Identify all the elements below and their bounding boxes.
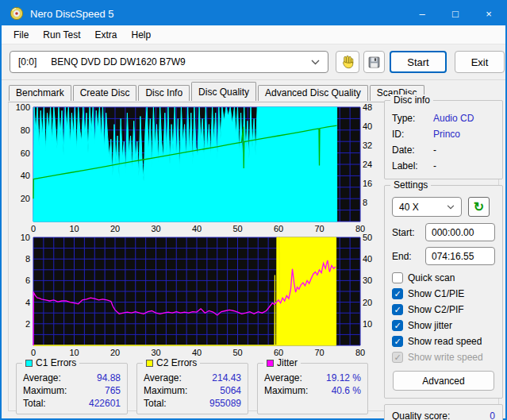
quick-scan-checkbox[interactable]: Quick scan [392, 271, 495, 285]
jitter-average-value: 19.12 % [326, 372, 361, 384]
menu-extra[interactable]: Extra [87, 27, 124, 43]
drive-id: [0:0] [18, 56, 36, 67]
menu-run-test[interactable]: Run Test [36, 27, 87, 43]
checkbox-icon [392, 272, 403, 283]
svg-text:50: 50 [232, 224, 242, 233]
svg-text:10: 10 [21, 234, 30, 242]
disc-date-label: Date: [392, 142, 433, 158]
app-window: Nero DiscSpeed 5 – □ × File Run Test Ext… [0, 0, 507, 420]
c1-maximum-value: 765 [105, 384, 121, 397]
disc-id-value: Princo [433, 126, 460, 142]
disc-label-value: - [433, 158, 436, 174]
tab-disc-info[interactable]: Disc Info [138, 85, 190, 101]
show-c2-pif-label: Show C2/PIF [408, 304, 464, 315]
start-button[interactable]: Start [390, 51, 447, 73]
svg-text:20: 20 [110, 348, 120, 357]
c1-total-label: Total: [23, 397, 46, 410]
show-c1-pie-checkbox[interactable]: Show C1/PIE [392, 287, 495, 301]
end-time-input[interactable]: 074:16.55 [425, 247, 495, 265]
quality-score-value: 0 [490, 410, 495, 420]
disc-type-value: Audio CD [433, 110, 474, 126]
disc-id-label: ID: [392, 126, 433, 142]
c1-average-label: Average: [23, 372, 61, 384]
show-read-speed-checkbox[interactable]: Show read speed [392, 334, 495, 349]
svg-text:80: 80 [21, 125, 30, 135]
drive-name: BENQ DVD DD DW1620 B7W9 [51, 56, 185, 67]
svg-text:50: 50 [363, 234, 372, 242]
svg-text:32: 32 [363, 141, 372, 150]
svg-text:40: 40 [363, 254, 372, 264]
svg-text:40: 40 [192, 224, 202, 233]
show-read-speed-label: Show read speed [408, 336, 482, 347]
svg-text:0: 0 [31, 348, 36, 357]
svg-text:10: 10 [363, 319, 372, 329]
svg-text:0: 0 [31, 224, 36, 233]
disc-info-title: Disc info [394, 94, 430, 106]
side-panel: Disc info Type:Audio CD ID:Princo Date:-… [384, 100, 503, 420]
menu-bar: File Run Test Extra Help [2, 25, 505, 44]
svg-text:30: 30 [151, 224, 160, 233]
svg-text:6: 6 [25, 276, 30, 285]
menu-help[interactable]: Help [125, 27, 159, 43]
show-c2-pif-checkbox[interactable]: Show C2/PIF [392, 302, 495, 317]
svg-text:80: 80 [355, 224, 365, 233]
svg-text:16: 16 [363, 179, 372, 188]
disc-date-value: - [433, 142, 436, 158]
c2-maximum-value: 5064 [220, 384, 241, 397]
jitter-maximum-value: 40.6 % [332, 384, 361, 397]
legend-row: C1 Errors Average:94.88 Maximum:765 Tota… [16, 363, 379, 414]
floppy-icon [367, 56, 381, 69]
svg-text:40: 40 [192, 348, 202, 357]
advanced-button[interactable]: Advanced [393, 371, 494, 391]
maximize-button[interactable]: □ [439, 2, 472, 25]
svg-text:30: 30 [151, 348, 160, 357]
show-jitter-checkbox[interactable]: Show jitter [392, 318, 495, 333]
quality-score-label: Quality score: [392, 410, 450, 420]
speed-select[interactable]: 40 X [392, 197, 462, 217]
save-button[interactable] [363, 51, 385, 73]
checkbox-checked-icon [392, 304, 403, 315]
c2-average-value: 214.43 [212, 372, 241, 384]
show-jitter-label: Show jitter [408, 320, 452, 331]
c2-average-label: Average: [144, 372, 182, 384]
quality-score-box: Quality score: 0 [384, 404, 503, 420]
start-time-value: 000:00.00 [432, 227, 474, 238]
checkbox-checked-icon [392, 336, 403, 347]
show-write-speed-label: Show write speed [408, 352, 483, 363]
refresh-icon: ↻ [474, 199, 484, 214]
svg-text:20: 20 [110, 224, 120, 233]
svg-text:20: 20 [21, 194, 30, 203]
title-bar: Nero DiscSpeed 5 – □ × [2, 2, 505, 25]
refresh-button[interactable]: ↻ [468, 197, 490, 217]
c1-legend-title: C1 Errors [36, 357, 76, 368]
tab-advanced-disc-quality[interactable]: Advanced Disc Quality [258, 85, 368, 101]
c1-maximum-label: Maximum: [23, 384, 67, 397]
svg-text:8: 8 [363, 198, 367, 207]
svg-text:70: 70 [314, 224, 324, 233]
minimize-button[interactable]: – [405, 2, 439, 25]
c2-jitter-chart: 010203040506070802468101020304050 [11, 234, 379, 358]
end-time-value: 074:16.55 [432, 251, 474, 262]
app-disc-icon [10, 6, 24, 21]
jitter-maximum-label: Maximum: [264, 384, 308, 397]
drive-select[interactable]: [0:0] BENQ DVD DD DW1620 B7W9 [10, 51, 328, 73]
c2-errors-legend: C2 Errors Average:214.43 Maximum:5064 To… [136, 363, 248, 414]
speed-value: 40 X [399, 202, 419, 213]
show-c1-pie-label: Show C1/PIE [408, 288, 464, 299]
quick-scan-label: Quick scan [408, 272, 455, 283]
tab-benchmark[interactable]: Benchmark [9, 85, 71, 101]
start-time-input[interactable]: 000:00.00 [425, 223, 495, 241]
c1-color-swatch [25, 360, 33, 367]
tab-create-disc[interactable]: Create Disc [73, 85, 137, 101]
c1-errors-legend: C1 Errors Average:94.88 Maximum:765 Tota… [16, 363, 128, 414]
menu-file[interactable]: File [6, 27, 36, 43]
c2-total-label: Total: [144, 397, 167, 410]
svg-text:2: 2 [25, 319, 30, 329]
exit-button[interactable]: Exit [455, 51, 505, 73]
c2-color-swatch [146, 360, 153, 367]
tab-disc-quality[interactable]: Disc Quality [191, 82, 256, 101]
show-write-speed-checkbox: Show write speed [392, 350, 495, 364]
close-button[interactable]: × [472, 2, 505, 25]
c1-average-value: 94.88 [97, 372, 121, 384]
eject-button[interactable] [336, 51, 359, 73]
